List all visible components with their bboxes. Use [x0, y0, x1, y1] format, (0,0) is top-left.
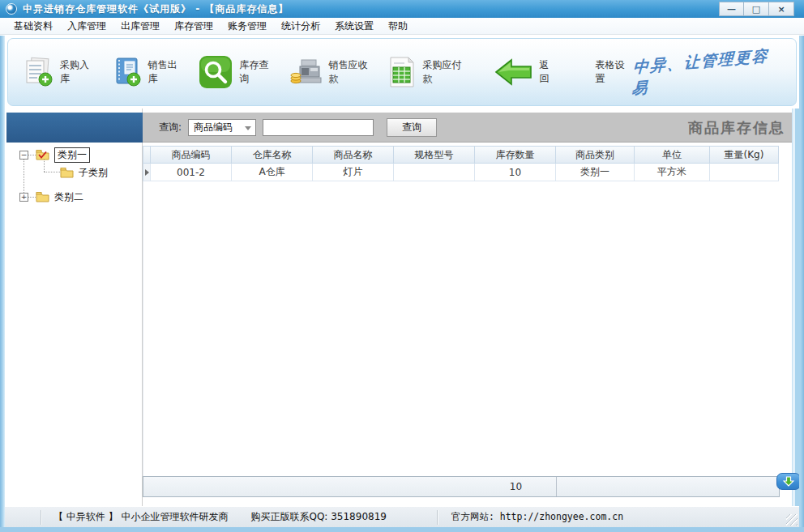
back-arrow-icon: [494, 57, 533, 87]
toolbar-label: 销售应收款: [329, 58, 373, 86]
titlebar: 中异进销存仓库管理软件《试用版》 - 【商品库存信息】 — □ ×: [0, 0, 804, 18]
cell-spec: [394, 164, 475, 181]
grid-header-spec[interactable]: 规格型号: [394, 146, 475, 164]
menu-item-help[interactable]: 帮助: [381, 18, 415, 35]
tree-header-block: [6, 113, 143, 143]
toolbar-area: 采购入库 销售出库: [5, 36, 799, 109]
toolbar: 采购入库 销售出库: [7, 38, 797, 106]
tree-collapse-toggle[interactable]: −: [19, 151, 28, 160]
grid-header-unit[interactable]: 单位: [635, 146, 710, 164]
status-separator: [437, 510, 438, 525]
purchase-inbound-button[interactable]: 采购入库: [23, 57, 95, 87]
window-controls: — □ ×: [719, 2, 794, 16]
window-border-right: [799, 36, 804, 527]
menu-item-statistics[interactable]: 统计分析: [274, 18, 327, 35]
cell-weight: [710, 164, 779, 181]
query-field-select[interactable]: 商品编码: [188, 119, 256, 136]
grid-header-row: 商品编码 仓库名称 商品名称 规格型号 库存数量 商品类别 单位 重量(Kg): [143, 146, 780, 164]
row-selector-icon: [145, 169, 149, 176]
status-company: 【 中异软件 】 中小企业管理软件研发商: [53, 510, 228, 524]
table-settings-button[interactable]: 表格设置: [596, 58, 632, 86]
brand-slogan: 中异、让管理更容易: [631, 45, 777, 100]
query-search-button[interactable]: 查询: [387, 118, 437, 137]
arrow-down-icon: [783, 476, 794, 487]
folder-icon: [36, 191, 49, 202]
query-input[interactable]: [263, 119, 374, 136]
menu-item-outbound[interactable]: 出库管理: [113, 18, 167, 35]
inventory-search-button[interactable]: 库存查询: [199, 55, 273, 89]
window-border-left: [0, 36, 5, 527]
folder-icon: [60, 167, 74, 178]
close-button[interactable]: ×: [769, 2, 794, 16]
purchase-payable-icon: [388, 56, 416, 88]
status-separator: [41, 510, 42, 525]
row-selector-cell[interactable]: [143, 164, 151, 181]
menu-item-inbound[interactable]: 入库管理: [60, 18, 113, 35]
grid-header-quantity[interactable]: 库存数量: [475, 146, 556, 164]
resize-grip[interactable]: [786, 514, 798, 526]
status-bar: 【 中异软件 】 中小企业管理软件研发商 购买正版联系QQ: 351890819…: [5, 506, 799, 527]
grid-left-border: [143, 181, 143, 476]
category-tree-panel: − 类别一 子类别: [5, 109, 143, 506]
query-label: 查询:: [159, 121, 182, 134]
toolbar-label: 采购应付款: [422, 58, 466, 86]
grid-header-weight[interactable]: 重量(Kg): [710, 146, 779, 164]
toolbar-label: 库存查询: [239, 58, 273, 86]
quantity-total: 10: [476, 477, 557, 496]
grid-header-product-name[interactable]: 商品名称: [313, 146, 394, 164]
minimize-button[interactable]: —: [719, 2, 744, 16]
menu-bar: 基础资料 入库管理 出库管理 库存管理 账务管理 统计分析 系统设置 帮助: [0, 18, 804, 35]
folder-checked-icon: [36, 149, 49, 160]
grid-sum-row: 10: [143, 476, 780, 497]
tree-node-subcategory[interactable]: 子类别: [79, 166, 108, 180]
tree-node-category1[interactable]: 类别一: [54, 147, 90, 163]
back-button[interactable]: 返 回: [494, 57, 558, 87]
purchase-payable-button[interactable]: 采购应付款: [388, 56, 466, 88]
app-window: 中异进销存仓库管理软件《试用版》 - 【商品库存信息】 — □ × 基础资料 入…: [0, 0, 804, 532]
cell-product-name: 灯片: [313, 164, 394, 181]
query-bar: 查询: 商品编码 查询 商品库存信息: [143, 113, 792, 143]
grid-header-product-code[interactable]: 商品编码: [151, 146, 232, 164]
toolbar-label: 采购入库: [60, 58, 95, 86]
app-icon: [6, 3, 17, 15]
grid-header-category[interactable]: 商品类别: [556, 146, 635, 164]
sales-outbound-button[interactable]: 销售出库: [111, 57, 183, 87]
inventory-search-icon: [199, 55, 233, 89]
purchase-inbound-icon: [23, 57, 53, 87]
maximize-button[interactable]: □: [744, 2, 769, 16]
scroll-down-button[interactable]: [776, 473, 801, 490]
toolbar-label: 销售出库: [148, 58, 183, 86]
query-field-selected: 商品编码: [194, 121, 233, 134]
grid-header-warehouse[interactable]: 仓库名称: [232, 146, 313, 164]
menu-item-base-data[interactable]: 基础资料: [6, 18, 60, 35]
window-title: 中异进销存仓库管理软件《试用版》 - 【商品库存信息】: [23, 2, 289, 16]
status-panel-spacer: [5, 507, 41, 527]
toolbar-label: 返 回: [540, 58, 558, 86]
vertical-scrollbar[interactable]: [792, 109, 799, 506]
sales-receivable-button[interactable]: 销售应收款: [290, 57, 373, 87]
cell-product-code: 001-2: [151, 164, 232, 181]
window-border-bottom: [0, 527, 804, 532]
tree-connector: [44, 172, 60, 172]
cell-quantity: 10: [475, 164, 556, 181]
grid-data-row[interactable]: 001-2 A仓库 灯片 10 类别一 平方米: [143, 164, 780, 181]
menu-item-inventory[interactable]: 库存管理: [167, 18, 220, 35]
sales-outbound-icon: [111, 57, 142, 87]
status-website: 官方网站: http://zhongyee.com.cn: [451, 511, 623, 523]
cell-unit: 平方米: [635, 164, 710, 181]
inventory-grid: 商品编码 仓库名称 商品名称 规格型号 库存数量 商品类别 单位 重量(Kg) …: [143, 146, 780, 181]
tree-node-category2[interactable]: 类别二: [54, 190, 83, 204]
sales-receivable-icon: [290, 57, 323, 87]
cell-warehouse: A仓库: [232, 164, 313, 181]
page-title: 商品库存信息: [688, 118, 785, 138]
menu-item-settings[interactable]: 系统设置: [327, 18, 381, 35]
menu-item-accounting[interactable]: 账务管理: [220, 18, 274, 35]
cell-category: 类别一: [556, 164, 635, 181]
status-purchase-qq: 购买正版联系QQ: 351890819: [250, 510, 386, 524]
chevron-down-icon: [245, 126, 251, 130]
grid-header-selector: [143, 146, 151, 164]
tree-expand-toggle[interactable]: +: [19, 193, 28, 202]
